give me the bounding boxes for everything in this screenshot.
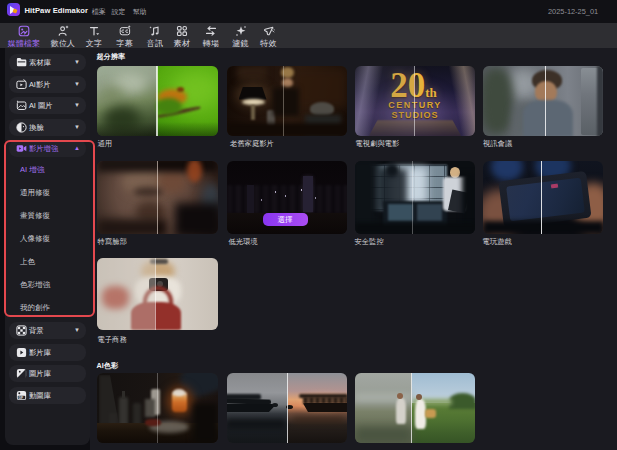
svg-text:GIF: GIF — [18, 395, 23, 399]
